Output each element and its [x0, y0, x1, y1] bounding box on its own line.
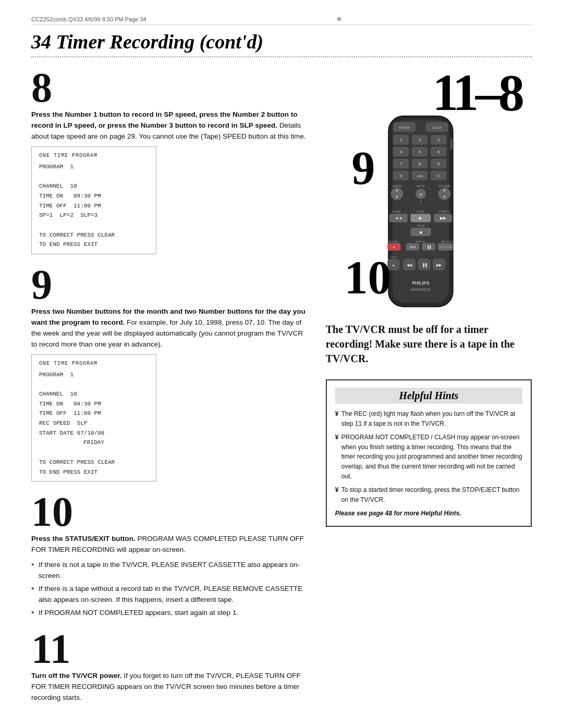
step-8-bold: Press the Number 1 button to record in S…	[31, 110, 298, 129]
svg-text:▼: ▼	[443, 195, 447, 199]
step-9-osd: ONE TIME PROGRAM PROGRAM 1 CHANNEL 10 TI…	[31, 354, 156, 482]
hint-2-text: PROGRAM NOT COMPLETED / CLASH may appear…	[341, 434, 522, 479]
osd-8-line6: TO CORRECT PRESS CLEAR	[39, 230, 149, 240]
step-11-number: 11	[31, 628, 310, 670]
osd-9-line5: REC SPEED SLP	[39, 418, 149, 428]
svg-text:◀◀: ◀◀	[407, 263, 413, 267]
step-10-text: Press the STATUS/EXIT button. PROGRAM WA…	[31, 534, 310, 556]
hints-footer-text: Please see page 48 for more Helpful Hint…	[335, 510, 461, 517]
hint-1: ¥ The REC (ord) light may flash when you…	[335, 409, 522, 428]
svg-text:0: 0	[400, 174, 402, 178]
svg-text:5: 5	[419, 150, 421, 154]
step-9-block: 9 Press two Number buttons for the month…	[31, 264, 310, 482]
svg-text:PLAY: PLAY	[417, 210, 424, 213]
step-11-bold: Turn off the TV/VCR power.	[31, 672, 122, 680]
osd-8-line3: TIME ON 09:30 PM	[39, 191, 149, 201]
svg-text:◄ REW: ◄ REW	[391, 211, 401, 213]
svg-text:3: 3	[437, 138, 439, 142]
svg-text:1: 1	[400, 138, 402, 142]
svg-text:STOP: STOP	[417, 224, 425, 227]
page-title: 34 Timer Recording (cont'd)	[31, 30, 532, 53]
svg-text:M: M	[420, 193, 423, 196]
svg-text:+100: +100	[417, 175, 423, 178]
osd-9-line8: TO CORRECT PRESS CLEAR	[39, 458, 149, 467]
svg-text:VOLUME: VOLUME	[439, 184, 451, 188]
osd-8-title: ONE TIME PROGRAM	[39, 151, 149, 160]
hint-2-bullet: ¥	[335, 433, 339, 442]
svg-text:▶▶: ▶▶	[440, 216, 447, 220]
bullet-3: If PROGRAM NOT COMPLETED appears, start …	[31, 608, 310, 619]
file-info: CCZ252comb.QX33 4/6/99 8:50 PM Page 34	[31, 16, 146, 22]
step-10-bullets: If there is not a tape in the TV/VCR, PL…	[31, 560, 310, 619]
dotted-divider	[31, 56, 532, 57]
osd-8-line1: PROGRAM 1	[39, 162, 149, 172]
hints-content: ¥ The REC (ord) light may flash when you…	[335, 409, 522, 519]
step-9-number: 9	[31, 264, 310, 305]
svg-text:●: ●	[393, 245, 395, 249]
step-8-number: 8	[31, 67, 310, 108]
cross-mark: ⊕	[337, 16, 341, 22]
svg-text:PHILIPS: PHILIPS	[412, 280, 430, 286]
osd-9-line4: TIME OFF 11:00 PM	[39, 409, 149, 418]
osd-9-line9: TO END PRESS EXIT	[39, 467, 149, 477]
svg-text:C: C	[437, 174, 440, 178]
svg-text:POWER: POWER	[399, 126, 410, 129]
svg-text:▼: ▼	[395, 195, 399, 199]
tvvcr-text-content: The TV/VCR must be off for a timer recor…	[326, 324, 515, 364]
svg-text:MAGNAVOX: MAGNAVOX	[411, 288, 431, 291]
page: CCZ252comb.QX33 4/6/99 8:50 PM Page 34 ⊕…	[0, 0, 563, 728]
step-10-bold: Press the STATUS/EXIT button.	[31, 535, 136, 542]
hint-3-text: To stop a started timer recording, press…	[341, 486, 520, 503]
svg-text:9: 9	[437, 162, 439, 166]
hint-2: ¥ PROGRAM NOT COMPLETED / CLASH may appe…	[335, 433, 522, 481]
hints-footer: Please see page 48 for more Helpful Hint…	[335, 509, 522, 519]
step-8-block: 8 Press the Number 1 button to record in…	[31, 67, 310, 254]
osd-9-line3: TIME ON 09:30 PM	[39, 399, 149, 409]
right-top-area: 11–8	[326, 67, 532, 114]
right-step-9: 9	[351, 145, 375, 192]
osd-8-line4: TIME OFF 11:00 PM	[39, 201, 149, 211]
osd-8-line5: SP=1 LP=2 SLP=3	[39, 211, 149, 220]
left-column: 8 Press the Number 1 button to record in…	[31, 67, 310, 712]
svg-text:▶: ▶	[419, 216, 423, 220]
main-content: 8 Press the Number 1 button to record in…	[31, 67, 532, 712]
hint-1-bullet: ¥	[335, 409, 339, 419]
header-bar: CCZ252comb.QX33 4/6/99 8:50 PM Page 34 ⊕	[31, 16, 532, 25]
helpful-hints-title: Helpful Hints	[335, 388, 522, 404]
svg-text:MUTE: MUTE	[417, 184, 425, 188]
svg-text:MEMORY: MEMORY	[416, 240, 426, 243]
right-column: 11–8 9 10 POWER SLEEP	[326, 67, 532, 712]
osd-9-line6: START DATE 07/10/98	[39, 428, 149, 438]
svg-text:▲: ▲	[443, 188, 447, 192]
svg-text:PAUSE/STILL: PAUSE/STILL	[441, 240, 455, 243]
osd-9-line1: PROGRAM 1	[39, 370, 149, 380]
osd-8-line7: TO END PRESS EXIT	[39, 240, 149, 250]
step-8-osd: ONE TIME PROGRAM PROGRAM 1 CHANNEL 10 TI…	[31, 146, 156, 254]
step-9-text: Press two Number buttons for the month a…	[31, 306, 310, 350]
svg-text:EJECT: EJECT	[390, 256, 397, 258]
svg-text:SPEED: SPEED	[393, 184, 402, 188]
osd-9-line7: FRIDAY	[39, 438, 149, 448]
svg-text:7: 7	[400, 162, 402, 166]
svg-text:SLEEP: SLEEP	[433, 126, 443, 129]
svg-text:0: 0	[420, 200, 422, 203]
svg-text:4: 4	[400, 150, 402, 154]
bullet-2: If there is a tape without a record tab …	[31, 584, 310, 606]
osd-9-line2: CHANNEL 10	[39, 389, 149, 399]
osd-8-line2: CHANNEL 10	[39, 181, 149, 191]
step-10-number: 10	[31, 491, 310, 533]
bullet-1: If there is not a tape in the TV/VCR, PL…	[31, 560, 310, 582]
svg-text:TRACKING: TRACKING	[439, 246, 452, 249]
svg-text:CHANNEL: CHANNEL	[450, 139, 452, 151]
svg-text:RECORD: RECORD	[389, 240, 399, 243]
step-11-text: Turn off the TV/VCR power. If you forget…	[31, 671, 310, 704]
svg-text:■: ■	[420, 230, 422, 235]
step-8-text: Press the Number 1 button to record in S…	[31, 109, 310, 142]
svg-text:2: 2	[419, 138, 421, 142]
right-numbers-top: 11–8	[326, 67, 532, 119]
step-10-block: 10 Press the STATUS/EXIT button. PROGRAM…	[31, 491, 310, 618]
svg-text:MEM: MEM	[410, 246, 416, 249]
hint-3: ¥ To stop a started timer recording, pre…	[335, 485, 522, 504]
hint-1-text: The REC (ord) light may flash when you t…	[341, 410, 516, 427]
remote-area: 9 10 POWER SLEEP 1 2	[376, 114, 481, 314]
